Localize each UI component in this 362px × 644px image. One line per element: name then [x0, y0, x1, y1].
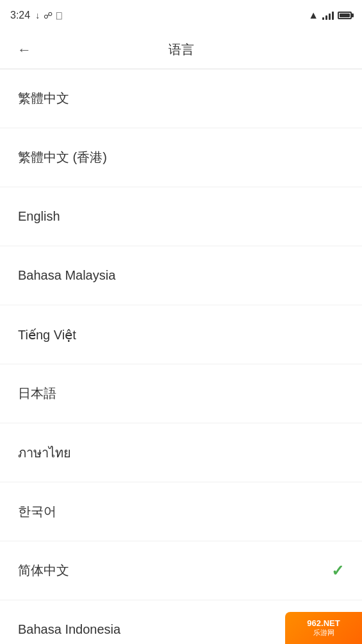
watermark-subtext: 乐游网: [307, 628, 340, 638]
language-name-bahasa-malaysia: Bahasa Malaysia: [18, 268, 115, 283]
language-item-thai[interactable]: ภาษาไทย: [0, 423, 362, 482]
signal-bar-2: [325, 15, 327, 20]
battery-fill: [340, 13, 350, 17]
language-item-english[interactable]: English: [0, 187, 362, 246]
page-title: 语言: [38, 41, 324, 58]
download-icon: ↓: [35, 10, 40, 21]
language-name-bahasa-indonesia: Bahasa Indonesia: [18, 622, 120, 637]
status-left: 3:24 ↓ ☍ ⎕: [10, 10, 62, 21]
language-item-trad-zh-hk[interactable]: 繁體中文 (香港): [0, 128, 362, 187]
keyboard-icon: ⎕: [56, 10, 62, 21]
back-button[interactable]: ←: [10, 36, 38, 64]
wifi-icon: ▲: [308, 10, 318, 21]
language-name-thai: ภาษาไทย: [18, 443, 71, 463]
language-item-tieng-viet[interactable]: Tiếng Việt: [0, 305, 362, 364]
status-right: ▲: [308, 10, 352, 21]
toolbar: ← 语言: [0, 31, 362, 69]
signal-bar-3: [329, 13, 331, 20]
language-item-trad-zh[interactable]: 繁體中文: [0, 69, 362, 128]
language-item-korean[interactable]: 한국어: [0, 482, 362, 541]
language-name-korean: 한국어: [18, 503, 56, 520]
language-name-simp-zh: 简体中文: [18, 562, 69, 579]
status-bar: 3:24 ↓ ☍ ⎕ ▲: [0, 0, 362, 31]
signal-bars: [322, 11, 334, 20]
language-item-japanese[interactable]: 日本語: [0, 364, 362, 423]
language-name-japanese: 日本語: [18, 385, 56, 402]
status-icons: ↓ ☍ ⎕: [35, 10, 62, 21]
language-name-english: English: [18, 209, 60, 224]
signal-bar-4: [332, 12, 334, 20]
language-item-simp-zh[interactable]: 简体中文✓: [0, 541, 362, 600]
battery-icon: [338, 12, 352, 19]
check-icon-simp-zh: ✓: [331, 562, 344, 580]
signal-bar-1: [322, 17, 324, 20]
language-name-trad-zh-hk: 繁體中文 (香港): [18, 149, 107, 166]
watermark: 962.NET 乐游网: [285, 612, 362, 644]
watermark-text: 962.NET: [307, 618, 340, 628]
back-arrow-icon: ←: [17, 42, 31, 58]
language-list: 繁體中文繁體中文 (香港)EnglishBahasa MalaysiaTiếng…: [0, 69, 362, 644]
language-item-bahasa-malaysia[interactable]: Bahasa Malaysia: [0, 246, 362, 305]
clipboard-icon: ☍: [44, 10, 53, 21]
language-name-tieng-viet: Tiếng Việt: [18, 327, 76, 343]
language-name-trad-zh: 繁體中文: [18, 90, 69, 107]
status-time: 3:24: [10, 10, 30, 21]
